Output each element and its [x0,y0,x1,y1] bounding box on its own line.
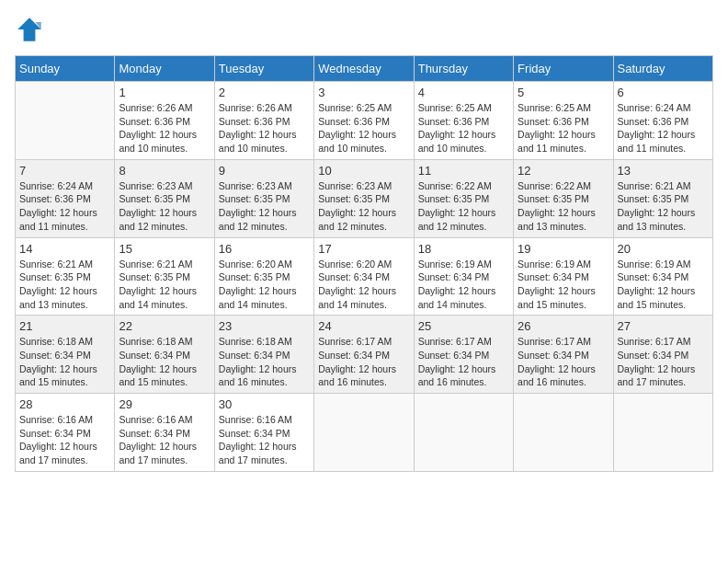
day-number: 10 [318,164,409,178]
day-number: 17 [318,242,409,256]
day-info: Sunrise: 6:23 AMSunset: 6:35 PMDaylight:… [119,179,210,234]
day-number: 3 [318,86,409,99]
day-info: Sunrise: 6:19 AMSunset: 6:34 PMDaylight:… [618,258,709,312]
day-info: Sunrise: 6:17 AMSunset: 6:34 PMDaylight:… [418,335,509,389]
calendar-cell: 20Sunrise: 6:19 AMSunset: 6:34 PMDayligh… [613,237,712,316]
day-number: 7 [19,164,110,178]
day-number: 6 [618,86,709,99]
day-number: 20 [618,242,709,256]
calendar-cell [414,394,513,472]
calendar-cell: 27Sunrise: 6:17 AMSunset: 6:34 PMDayligh… [613,316,712,394]
day-info: Sunrise: 6:16 AMSunset: 6:34 PMDaylight:… [19,413,110,467]
calendar-cell [613,394,712,472]
day-number: 15 [119,242,210,256]
weekday-header-saturday: Saturday [613,56,712,82]
day-number: 22 [119,319,210,333]
calendar-cell [16,82,115,160]
day-number: 21 [19,319,110,333]
calendar-cell: 19Sunrise: 6:19 AMSunset: 6:34 PMDayligh… [514,237,613,316]
day-number: 18 [418,242,509,256]
day-info: Sunrise: 6:19 AMSunset: 6:34 PMDaylight:… [418,258,509,312]
calendar-cell: 29Sunrise: 6:16 AMSunset: 6:34 PMDayligh… [115,394,214,472]
weekday-header-monday: Monday [115,56,214,82]
calendar-cell: 23Sunrise: 6:18 AMSunset: 6:34 PMDayligh… [214,316,313,394]
day-number: 28 [19,397,110,411]
day-info: Sunrise: 6:21 AMSunset: 6:35 PMDaylight:… [119,258,210,312]
calendar-cell: 16Sunrise: 6:20 AMSunset: 6:35 PMDayligh… [214,237,313,316]
day-info: Sunrise: 6:16 AMSunset: 6:34 PMDaylight:… [219,413,310,467]
day-number: 16 [219,242,310,256]
calendar-cell: 9Sunrise: 6:23 AMSunset: 6:35 PMDaylight… [214,159,313,237]
day-number: 19 [518,242,609,256]
day-info: Sunrise: 6:22 AMSunset: 6:35 PMDaylight:… [418,179,509,234]
day-info: Sunrise: 6:17 AMSunset: 6:34 PMDaylight:… [518,335,609,389]
day-info: Sunrise: 6:25 AMSunset: 6:36 PMDaylight:… [318,101,409,155]
day-info: Sunrise: 6:22 AMSunset: 6:35 PMDaylight:… [518,179,609,234]
weekday-header-friday: Friday [514,56,613,82]
calendar-table: SundayMondayTuesdayWednesdayThursdayFrid… [15,55,713,472]
day-number: 4 [418,86,509,99]
day-info: Sunrise: 6:21 AMSunset: 6:35 PMDaylight:… [618,179,709,234]
day-number: 27 [618,319,709,333]
calendar-cell: 17Sunrise: 6:20 AMSunset: 6:34 PMDayligh… [314,237,414,316]
calendar-cell: 3Sunrise: 6:25 AMSunset: 6:36 PMDaylight… [314,82,414,160]
day-info: Sunrise: 6:20 AMSunset: 6:34 PMDaylight:… [318,258,409,312]
day-info: Sunrise: 6:26 AMSunset: 6:36 PMDaylight:… [119,101,210,155]
day-number: 9 [219,164,310,178]
calendar-cell: 5Sunrise: 6:25 AMSunset: 6:36 PMDaylight… [514,82,613,160]
calendar-cell: 25Sunrise: 6:17 AMSunset: 6:34 PMDayligh… [414,316,513,394]
logo-icon [15,15,44,44]
calendar-cell: 2Sunrise: 6:26 AMSunset: 6:36 PMDaylight… [214,82,313,160]
weekday-header-sunday: Sunday [16,56,115,82]
calendar-cell: 11Sunrise: 6:22 AMSunset: 6:35 PMDayligh… [414,159,513,237]
calendar-week-row-5: 28Sunrise: 6:16 AMSunset: 6:34 PMDayligh… [16,394,713,472]
day-info: Sunrise: 6:25 AMSunset: 6:36 PMDaylight:… [418,101,509,155]
day-number: 29 [119,397,210,411]
calendar-cell: 22Sunrise: 6:18 AMSunset: 6:34 PMDayligh… [115,316,214,394]
day-info: Sunrise: 6:24 AMSunset: 6:36 PMDaylight:… [618,101,709,155]
calendar-cell: 13Sunrise: 6:21 AMSunset: 6:35 PMDayligh… [613,159,712,237]
day-number: 2 [219,86,310,99]
day-number: 5 [518,86,609,99]
calendar-cell: 24Sunrise: 6:17 AMSunset: 6:34 PMDayligh… [314,316,414,394]
day-number: 12 [518,164,609,178]
day-info: Sunrise: 6:20 AMSunset: 6:35 PMDaylight:… [219,258,310,312]
calendar-cell: 10Sunrise: 6:23 AMSunset: 6:35 PMDayligh… [314,159,414,237]
day-info: Sunrise: 6:16 AMSunset: 6:34 PMDaylight:… [119,413,210,467]
day-number: 13 [618,164,709,178]
calendar-cell: 4Sunrise: 6:25 AMSunset: 6:36 PMDaylight… [414,82,513,160]
day-info: Sunrise: 6:18 AMSunset: 6:34 PMDaylight:… [19,335,110,389]
calendar-cell: 15Sunrise: 6:21 AMSunset: 6:35 PMDayligh… [115,237,214,316]
calendar-cell: 28Sunrise: 6:16 AMSunset: 6:34 PMDayligh… [16,394,115,472]
day-number: 11 [418,164,509,178]
weekday-header-row: SundayMondayTuesdayWednesdayThursdayFrid… [16,56,713,82]
calendar-cell: 7Sunrise: 6:24 AMSunset: 6:36 PMDaylight… [16,159,115,237]
calendar-cell: 6Sunrise: 6:24 AMSunset: 6:36 PMDaylight… [613,82,712,160]
day-number: 25 [418,319,509,333]
day-number: 30 [219,397,310,411]
weekday-header-thursday: Thursday [414,56,513,82]
calendar-cell: 12Sunrise: 6:22 AMSunset: 6:35 PMDayligh… [514,159,613,237]
day-number: 23 [219,319,310,333]
calendar-week-row-3: 14Sunrise: 6:21 AMSunset: 6:35 PMDayligh… [16,237,713,316]
calendar-cell: 1Sunrise: 6:26 AMSunset: 6:36 PMDaylight… [115,82,214,160]
weekday-header-wednesday: Wednesday [314,56,414,82]
day-info: Sunrise: 6:25 AMSunset: 6:36 PMDaylight:… [518,101,609,155]
calendar-cell [514,394,613,472]
day-info: Sunrise: 6:19 AMSunset: 6:34 PMDaylight:… [518,258,609,312]
day-number: 8 [119,164,210,178]
day-info: Sunrise: 6:23 AMSunset: 6:35 PMDaylight:… [219,179,310,234]
calendar-cell: 30Sunrise: 6:16 AMSunset: 6:34 PMDayligh… [214,394,313,472]
day-info: Sunrise: 6:18 AMSunset: 6:34 PMDaylight:… [119,335,210,389]
day-number: 24 [318,319,409,333]
day-number: 26 [518,319,609,333]
day-number: 1 [119,86,210,99]
calendar-cell: 21Sunrise: 6:18 AMSunset: 6:34 PMDayligh… [16,316,115,394]
day-info: Sunrise: 6:24 AMSunset: 6:36 PMDaylight:… [19,179,110,234]
calendar-cell: 26Sunrise: 6:17 AMSunset: 6:34 PMDayligh… [514,316,613,394]
calendar-cell: 8Sunrise: 6:23 AMSunset: 6:35 PMDaylight… [115,159,214,237]
day-info: Sunrise: 6:17 AMSunset: 6:34 PMDaylight:… [618,335,709,389]
day-info: Sunrise: 6:18 AMSunset: 6:34 PMDaylight:… [219,335,310,389]
logo [15,15,48,44]
day-info: Sunrise: 6:17 AMSunset: 6:34 PMDaylight:… [318,335,409,389]
